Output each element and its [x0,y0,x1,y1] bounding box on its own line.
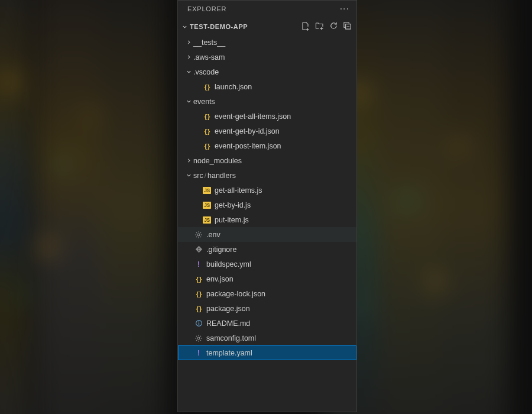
new-file-icon[interactable] [301,21,310,33]
folder-label-2: handlers [207,172,236,180]
file-row[interactable]: .gitignore [178,242,356,257]
gear-icon [193,334,204,342]
yaml-icon: ! [193,348,204,357]
file-row[interactable]: JSget-all-items.js [178,183,356,198]
file-row[interactable]: JSget-by-id.js [178,198,356,212]
file-row[interactable]: .env [178,227,356,242]
file-label: env.json [206,275,233,283]
json-icon: { } [193,290,204,297]
js-icon: JS [202,187,212,194]
folder-label: .aws-sam [193,53,225,62]
js-icon: JS [202,216,212,224]
new-folder-icon[interactable] [315,21,325,33]
folder-label: node_modules [193,157,242,165]
folder-row[interactable]: .aws-sam [178,50,356,64]
panel-header: EXPLORER ··· [178,1,356,20]
folder-label: src [193,172,203,180]
json-icon: { } [202,143,212,150]
info-icon [193,319,204,327]
gear-icon [193,231,204,239]
collapse-all-icon[interactable] [343,21,352,32]
chevron-right-icon [184,54,193,60]
json-icon: { } [202,83,212,90]
path-separator: / [205,172,206,180]
file-row[interactable]: { }event-get-by-id.json [178,124,356,138]
file-row[interactable]: { }env.json [178,271,356,286]
file-label: event-post-item.json [215,142,281,150]
chevron-down-icon [184,172,193,179]
file-label: event-get-all-items.json [215,112,291,121]
file-label: samconfig.toml [206,334,256,342]
header-actions [301,21,352,33]
folder-row[interactable]: .vscode [178,64,356,79]
folder-row[interactable]: events [178,94,356,109]
file-label: launch.json [215,83,252,91]
file-tree: __tests__.aws-sam.vscode{ }launch.jsonev… [178,34,356,360]
chevron-down-icon [184,69,193,75]
explorer-panel: EXPLORER ··· TEST-DEMO-APP __tests__.aws… [177,0,357,412]
folder-label: .vscode [193,68,219,76]
panel-title: EXPLORER [187,5,226,12]
chevron-down-icon [180,24,189,30]
file-label: .gitignore [206,245,236,254]
file-row[interactable]: { }event-post-item.json [178,138,356,153]
file-label: .env [206,231,220,239]
js-icon: JS [202,202,212,209]
git-icon [193,245,204,253]
project-name: TEST-DEMO-APP [190,23,301,30]
folder-row[interactable]: node_modules [178,153,356,168]
file-label: put-item.js [215,216,249,224]
file-row[interactable]: !template.yaml [178,345,356,360]
file-label: template.yaml [206,349,252,357]
json-icon: { } [193,276,204,283]
file-row[interactable]: { }launch.json [178,79,356,94]
file-label: package-lock.json [206,290,265,298]
file-label: README.md [206,319,250,328]
json-icon: { } [202,113,212,120]
file-row[interactable]: { }package.json [178,301,356,316]
file-row[interactable]: !buildspec.yml [178,257,356,271]
chevron-down-icon [184,98,193,105]
folder-row[interactable]: src/handlers [178,168,356,183]
file-row[interactable]: { }package-lock.json [178,286,356,301]
file-label: get-by-id.js [215,201,251,209]
file-row[interactable]: { }event-get-all-items.json [178,109,356,124]
chevron-right-icon [184,157,193,164]
json-icon: { } [193,305,204,312]
file-label: event-get-by-id.json [215,127,280,135]
folder-row[interactable]: __tests__ [178,35,356,50]
file-label: package.json [206,305,250,313]
more-actions-icon[interactable]: ··· [340,6,349,12]
refresh-icon[interactable] [329,21,338,32]
folder-label: __tests__ [193,38,225,47]
svg-point-5 [197,337,200,339]
file-row[interactable]: samconfig.toml [178,331,356,345]
project-header[interactable]: TEST-DEMO-APP [178,20,356,34]
svg-point-1 [197,234,200,236]
file-label: get-all-items.js [215,186,262,195]
file-label: buildspec.yml [206,260,251,269]
json-icon: { } [202,128,212,135]
file-row[interactable]: JSput-item.js [178,212,356,227]
file-row[interactable]: README.md [178,316,356,331]
yaml-icon: ! [193,260,204,269]
folder-label: events [193,98,215,106]
chevron-right-icon [184,39,193,46]
